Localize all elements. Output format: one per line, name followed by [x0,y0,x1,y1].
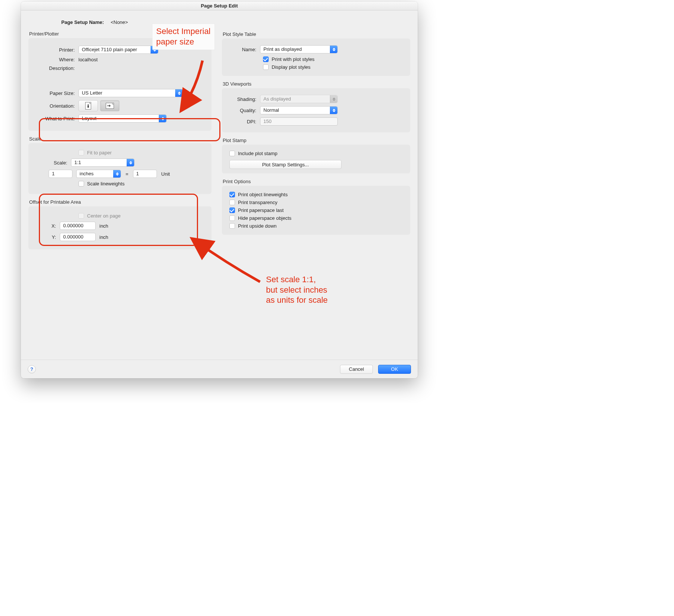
scale-unit-value: inches [80,170,94,178]
window-title: Page Setup Edit [21,1,418,10]
orientation-label: Orientation: [34,103,75,109]
help-button[interactable]: ? [28,365,36,373]
scale-right-value-input[interactable]: 1 [133,170,157,178]
scale-lineweights-checkbox[interactable] [78,181,84,187]
quality-select[interactable]: Normal [260,106,338,114]
offset-x-unit: inch [99,223,108,229]
plot-style-name-value: Print as displayed [263,46,302,53]
what-to-print-select[interactable]: Layout [78,114,167,123]
print-paperspace-last-label: Print paperspace last [238,207,284,213]
chevron-updown-icon [159,115,166,122]
plot-stamp-group-label: Plot Stamp [223,138,410,143]
offset-x-input[interactable]: 0.000000 [60,222,96,230]
scale-select-value: 1:1 [74,159,81,166]
shading-label: Shading: [227,96,256,102]
svg-point-1 [87,104,89,105]
printer-label: Printer: [34,47,75,53]
fit-to-paper-checkbox [78,150,84,155]
description-label: Description: [34,65,75,71]
orientation-landscape-button[interactable] [100,100,120,111]
print-with-plot-styles-checkbox[interactable] [263,56,269,62]
page-setup-name-label: Page Setup Name: [61,19,104,25]
what-to-print-value: Layout [82,115,96,122]
orientation-portrait-button[interactable] [78,100,98,111]
plot-style-name-select[interactable]: Print as displayed [260,45,338,53]
dialog-content: Page Setup Name: <None> Printer/Plotter … [21,10,418,378]
viewports-panel: Shading: As displayed Quality: Normal DP… [222,88,410,132]
ok-button[interactable]: OK [378,365,411,374]
plot-stamp-settings-button[interactable]: Plot Stamp Settings... [229,160,341,169]
center-on-page-checkbox [78,213,84,219]
print-transparency-checkbox[interactable] [229,200,235,205]
dpi-label: DPI: [227,119,256,124]
print-options-panel: Print object lineweights Print transpare… [222,186,410,235]
printer-plotter-panel: Printer: Officejet 7110 plain paper Wher… [28,38,211,131]
print-paperspace-last-checkbox[interactable] [229,207,235,213]
scale-label: Scale: [34,160,67,166]
print-object-lineweights-label: Print object lineweights [238,192,288,197]
where-label: Where: [34,57,75,62]
chevron-updown-icon [113,170,121,178]
scale-group-label: Scale [29,136,211,142]
offset-y-unit: inch [99,234,108,240]
portrait-page-icon [85,102,91,110]
printer-select-value: Officejet 7110 plain paper [82,46,137,53]
annotation-text-bottom: Set scale 1:1, but select inches as unit… [262,272,331,308]
print-object-lineweights-checkbox[interactable] [229,192,235,197]
shading-value: As displayed [263,95,291,103]
equals-sign: = [126,171,129,177]
where-value: localhost [78,57,98,62]
scale-unit-select[interactable]: inches [76,170,121,178]
center-on-page-label: Center on page [87,213,121,219]
chevron-updown-icon [127,159,134,166]
quality-label: Quality: [227,108,256,113]
paper-size-select[interactable]: US Letter [78,89,183,97]
plot-stamp-panel: Include plot stamp Plot Stamp Settings..… [222,145,410,173]
print-upside-down-checkbox[interactable] [229,223,235,229]
paper-size-label: Paper Size: [34,90,75,96]
printer-select[interactable]: Officejet 7110 plain paper [78,46,158,54]
print-transparency-label: Print transparency [238,200,278,205]
window-title-text: Page Setup Edit [201,3,238,9]
quality-value: Normal [263,107,279,114]
fit-to-paper-label: Fit to paper [87,150,112,155]
scale-left-value-input[interactable]: 1 [49,170,72,178]
scale-lineweights-label: Scale lineweights [87,181,124,187]
hide-paperspace-objects-checkbox[interactable] [229,215,235,221]
paper-size-select-value: US Letter [82,89,102,97]
page-setup-name-value: <None> [111,19,128,25]
include-plot-stamp-checkbox[interactable] [229,151,235,156]
hide-paperspace-objects-label: Hide paperspace objects [238,215,291,221]
svg-rect-2 [87,106,89,108]
print-with-plot-styles-label: Print with plot styles [272,56,315,62]
plot-style-name-label: Name: [227,47,256,52]
include-plot-stamp-label: Include plot stamp [238,151,278,156]
shading-select: As displayed [260,95,338,103]
chevron-updown-icon [330,95,337,103]
dialog-footer: ? Cancel OK [21,360,418,378]
viewports-group-label: 3D Viewports [223,81,410,87]
display-plot-styles-checkbox[interactable] [263,64,269,70]
dialog-window: Page Setup Edit Page Setup Name: <None> … [21,1,418,378]
chevron-updown-icon [330,107,337,114]
landscape-page-icon [106,103,114,109]
print-options-group-label: Print Options [223,179,410,184]
plot-style-panel: Name: Print as displayed Print with plot… [222,38,410,76]
scale-select[interactable]: 1:1 [71,158,135,167]
offset-group-label: Offset for Printable Area [29,199,211,205]
dpi-input: 150 [260,117,338,126]
chevron-updown-icon [330,46,337,53]
offset-y-input[interactable]: 0.000000 [60,233,96,241]
offset-x-label: X: [34,223,56,229]
scale-panel: Fit to paper Scale: 1:1 1 inches [28,143,211,194]
left-column: Page Setup Name: <None> Printer/Plotter … [28,17,211,356]
scale-unit-label: Unit [161,171,170,177]
cancel-button[interactable]: Cancel [340,365,373,374]
plot-style-group-label: Plot Style Table [223,31,410,37]
display-plot-styles-label: Display plot styles [272,64,310,70]
annotation-text-top: Select Imperial paper size [152,24,214,50]
offset-y-label: Y: [34,234,56,240]
chevron-updown-icon [175,89,183,97]
what-to-print-label: What to Print: [34,116,75,121]
print-upside-down-label: Print upside down [238,223,276,229]
